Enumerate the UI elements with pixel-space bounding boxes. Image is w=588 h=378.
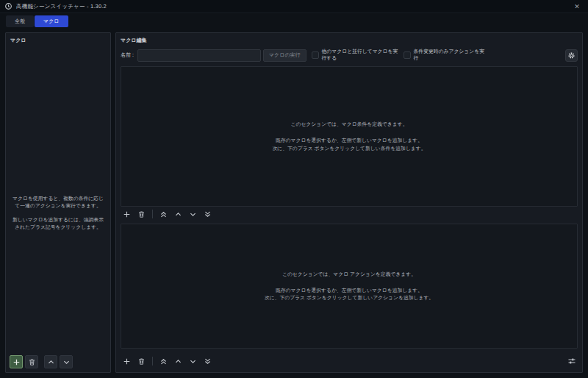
on-change-checkbox[interactable] — [404, 51, 411, 59]
remove-condition-button[interactable] — [137, 210, 146, 219]
chevron-down-icon — [62, 358, 71, 366]
run-parallel-label: 他のマクロと並行してマクロを実行する — [322, 49, 398, 62]
condition-hint: このセクションでは、マクロ条件を定義できます。 既存のマクロを選択するか、左側で… — [272, 121, 426, 152]
trash-icon — [28, 358, 36, 366]
macro-list[interactable]: マクロを使用すると、複数の条件に応じて一連のアクションを実行できます。 新しいマ… — [7, 46, 109, 352]
titlebar[interactable]: 高機能シーンスイッチャー - 1.30.2 ✕ — [0, 0, 588, 13]
condition-hint-title: このセクションでは、マクロ条件を定義できます。 — [272, 121, 426, 128]
add-action-button[interactable] — [122, 357, 132, 366]
macro-list-toolbar — [10, 355, 73, 368]
condition-move-up-button[interactable] — [173, 210, 183, 219]
condition-move-down-button[interactable] — [188, 210, 198, 219]
move-macro-up-button[interactable] — [44, 355, 57, 368]
action-move-bottom-button[interactable] — [203, 357, 212, 366]
condition-move-bottom-button[interactable] — [203, 210, 212, 219]
tabbar: 全般 マクロ — [6, 15, 68, 28]
condition-hint-line2: 次に、下のプラス ボタンをクリックして新しい条件を追加します。 — [272, 145, 426, 152]
macro-name-input[interactable] — [137, 49, 261, 62]
move-macro-down-button[interactable] — [60, 355, 73, 368]
gear-icon — [567, 51, 576, 60]
action-move-down-button[interactable] — [188, 357, 198, 366]
action-hint-title: このセクションでは、マクロ アクションを定義できます。 — [265, 271, 434, 278]
condition-move-top-button[interactable] — [159, 210, 168, 219]
macro-edit-panel: マクロ編集 名前 : マクロの実行 他のマクロと並行してマクロを実行する 条件変… — [115, 32, 583, 373]
toolbar-separator — [152, 357, 153, 365]
action-hint-line1: 既存のマクロを選択するか、左側で新しいマクロを追加します。 — [265, 287, 434, 294]
action-hint: このセクションでは、マクロ アクションを定義できます。 既存のマクロを選択するか… — [265, 271, 434, 302]
on-change-label: 条件変更時のみアクションを実行 — [414, 49, 487, 62]
action-toolbar — [122, 355, 576, 367]
macro-panel: マクロ マクロを使用すると、複数の条件に応じて一連のアクションを実行できます。 … — [5, 32, 111, 373]
condition-hint-line1: 既存のマクロを選択するか、左側で新しいマクロを追加します。 — [272, 137, 426, 144]
macro-list-hint: マクロを使用すると、複数の条件に応じて一連のアクションを実行できます。 新しいマ… — [12, 195, 104, 230]
name-label: 名前 : — [121, 51, 134, 59]
tab-macro[interactable]: マクロ — [35, 15, 68, 27]
run-macro-button[interactable]: マクロの実行 — [263, 49, 306, 62]
add-macro-button[interactable] — [10, 355, 23, 368]
tab-general[interactable]: 全般 — [6, 15, 34, 27]
condition-list[interactable]: このセクションでは、マクロ条件を定義できます。 既存のマクロを選択するか、左側で… — [121, 66, 578, 207]
macro-panel-title: マクロ — [6, 33, 110, 44]
chevron-up-icon — [47, 358, 55, 366]
sliders-icon — [567, 357, 576, 365]
macro-edit-title: マクロ編集 — [116, 33, 582, 44]
run-options-button[interactable] — [567, 357, 576, 366]
window-title: 高機能シーンスイッチャー - 1.30.2 — [16, 3, 107, 10]
toolbar-separator — [152, 210, 153, 218]
condition-toolbar — [122, 208, 576, 220]
scene-switcher-icon — [4, 2, 12, 10]
remove-macro-button[interactable] — [25, 355, 38, 368]
run-parallel-checkbox[interactable] — [312, 51, 319, 59]
macro-settings-button[interactable] — [565, 49, 578, 62]
action-hint-line2: 次に、下のプラス ボタンをクリックして新しいアクションを追加します。 — [265, 294, 434, 302]
plus-icon — [12, 358, 21, 366]
remove-action-button[interactable] — [137, 357, 146, 366]
macro-hint-add: 新しいマクロを追加するには、強調表示されたプラス記号をクリックします。 — [12, 216, 104, 231]
close-icon[interactable]: ✕ — [570, 1, 584, 12]
advanced-scene-switcher-window: 高機能シーンスイッチャー - 1.30.2 ✕ 全般 マクロ マクロ マクロを使… — [0, 0, 588, 378]
macro-name-row: 名前 : マクロの実行 他のマクロと並行してマクロを実行する 条件変更時のみアク… — [121, 47, 578, 63]
action-move-top-button[interactable] — [159, 357, 168, 366]
add-condition-button[interactable] — [122, 210, 132, 219]
action-list[interactable]: このセクションでは、マクロ アクションを定義できます。 既存のマクロを選択するか… — [121, 224, 578, 349]
macro-hint-usage: マクロを使用すると、複数の条件に応じて一連のアクションを実行できます。 — [12, 195, 104, 210]
action-move-up-button[interactable] — [173, 357, 183, 366]
